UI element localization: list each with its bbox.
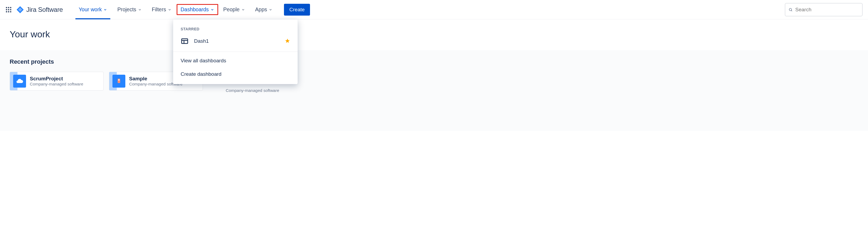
nav-label: People bbox=[223, 6, 240, 12]
svg-rect-8 bbox=[10, 11, 11, 12]
dropdown-create-dashboard[interactable]: Create dashboard bbox=[173, 67, 298, 81]
nav-filters[interactable]: Filters bbox=[147, 0, 177, 19]
rocket-icon bbox=[115, 77, 123, 85]
search-icon bbox=[788, 7, 793, 12]
dashboard-icon bbox=[181, 37, 189, 45]
nav-label: Apps bbox=[255, 6, 267, 12]
svg-rect-4 bbox=[8, 9, 9, 10]
svg-rect-7 bbox=[8, 11, 9, 12]
chevron-down-icon bbox=[210, 8, 214, 11]
svg-rect-12 bbox=[182, 39, 188, 44]
nav-dashboards[interactable]: Dashboards bbox=[177, 4, 218, 15]
nav-people[interactable]: People bbox=[218, 0, 250, 19]
project-avatar bbox=[113, 75, 125, 88]
search-input[interactable] bbox=[795, 7, 859, 12]
dropdown-item-label: Dash1 bbox=[194, 38, 279, 44]
project-description: Company-managed software bbox=[30, 82, 83, 86]
svg-rect-17 bbox=[118, 79, 120, 81]
dropdown-view-all[interactable]: View all dashboards bbox=[173, 54, 298, 67]
chevron-down-icon bbox=[241, 8, 245, 11]
recent-projects-list: ScrumProject Company-managed software Sa… bbox=[10, 72, 858, 90]
obscured-project-description: Company-managed software bbox=[226, 88, 279, 93]
svg-point-10 bbox=[789, 8, 792, 11]
star-icon[interactable] bbox=[285, 38, 290, 44]
product-name: Jira Software bbox=[26, 6, 63, 13]
product-logo[interactable]: Jira Software bbox=[16, 6, 63, 14]
your-work-content: Recent projects ScrumProject Company-man… bbox=[0, 50, 868, 131]
dropdown-item-dash1[interactable]: Dash1 bbox=[173, 34, 298, 48]
svg-line-11 bbox=[791, 10, 792, 11]
svg-rect-0 bbox=[6, 7, 7, 8]
chevron-down-icon bbox=[168, 8, 172, 11]
jira-logo-icon bbox=[16, 6, 24, 14]
nav-label: Filters bbox=[152, 6, 166, 12]
create-button[interactable]: Create bbox=[284, 4, 310, 16]
primary-nav: Your work Projects Filters Dashboards Pe… bbox=[73, 0, 310, 19]
cloud-icon bbox=[16, 77, 23, 85]
nav-projects[interactable]: Projects bbox=[112, 0, 147, 19]
svg-rect-6 bbox=[6, 11, 7, 12]
svg-rect-5 bbox=[10, 9, 11, 10]
nav-your-work[interactable]: Your work bbox=[73, 0, 112, 19]
project-card[interactable]: ScrumProject Company-managed software bbox=[10, 72, 103, 90]
svg-rect-1 bbox=[8, 7, 9, 8]
nav-label: Dashboards bbox=[181, 6, 209, 12]
nav-label: Your work bbox=[79, 6, 102, 12]
project-avatar bbox=[13, 75, 26, 88]
project-name: ScrumProject bbox=[30, 76, 83, 82]
nav-label: Projects bbox=[117, 6, 136, 12]
search-box[interactable] bbox=[785, 3, 863, 17]
dropdown-starred-header: STARRED bbox=[173, 19, 298, 34]
chevron-down-icon bbox=[138, 8, 142, 11]
dashboards-dropdown: STARRED Dash1 View all dashboards Create… bbox=[173, 19, 298, 84]
svg-rect-2 bbox=[10, 7, 11, 8]
app-switcher-button[interactable] bbox=[3, 4, 14, 15]
page-title: Your work bbox=[0, 19, 868, 50]
divider bbox=[173, 52, 298, 52]
recent-projects-heading: Recent projects bbox=[10, 58, 858, 65]
svg-marker-15 bbox=[285, 38, 290, 43]
nav-apps[interactable]: Apps bbox=[250, 0, 278, 19]
top-nav: Jira Software Your work Projects Filters… bbox=[0, 0, 868, 19]
svg-rect-3 bbox=[6, 9, 7, 10]
chevron-down-icon bbox=[269, 8, 272, 11]
chevron-down-icon bbox=[103, 8, 107, 11]
app-switcher-icon bbox=[5, 6, 12, 13]
